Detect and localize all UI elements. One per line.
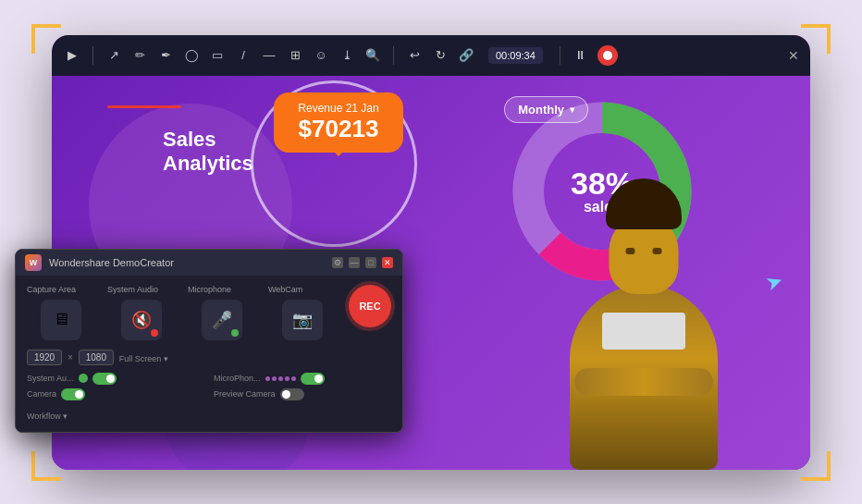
bracket-bottom-right <box>801 451 831 481</box>
workflow-label[interactable]: Workflow ▾ <box>27 412 68 421</box>
microphone-label: Microphone <box>188 285 255 294</box>
maximize-button[interactable]: □ <box>365 257 376 268</box>
size-separator: × <box>68 352 73 363</box>
camera-icon: 📷 <box>292 310 313 330</box>
mic-icon: 🎤 <box>212 310 232 330</box>
link-icon[interactable]: 🔗 <box>457 46 475 65</box>
emoji-icon[interactable]: ☺ <box>312 46 330 65</box>
cursor-icon[interactable]: ↗ <box>105 46 123 65</box>
pause-icon[interactable]: ⏸ <box>572 46 590 65</box>
line-icon[interactable]: / <box>234 46 252 65</box>
mic-toggle-dot <box>314 375 323 383</box>
system-audio-section: System Audio 🔇 <box>107 285 175 340</box>
microphone-section: Microphone 🎤 <box>188 285 255 340</box>
webcam-section: WebCam 📷 <box>268 285 336 340</box>
preview-camera-activity: Preview Camera <box>214 388 391 400</box>
undo-icon[interactable]: ↩ <box>405 46 424 65</box>
monitor-icon: 🖥 <box>53 310 69 329</box>
microphone-icon[interactable]: 🎤 <box>202 300 242 340</box>
revenue-amount: $70213 <box>290 115 387 143</box>
sys-audio-toggle[interactable] <box>92 373 117 385</box>
system-audio-icon[interactable]: 🔇 <box>121 300 162 340</box>
mic-dot-3 <box>278 376 283 381</box>
webcam-icon[interactable]: 📷 <box>282 300 323 340</box>
outer-container: ▶ ↗ ✏ ✒ ◯ ▭ / — ⊞ ☺ ⤓ 🔍 ↩ ↻ 🔗 00:09:34 ⏸… <box>24 17 838 488</box>
play-icon[interactable]: ▶ <box>63 46 81 65</box>
democreator-title: Wondershare DemoCreator <box>49 257 325 268</box>
system-audio-label: System Audio <box>107 285 175 294</box>
toolbar: ▶ ↗ ✏ ✒ ◯ ▭ / — ⊞ ☺ ⤓ 🔍 ↩ ↻ 🔗 00:09:34 ⏸… <box>52 35 810 76</box>
bracket-top-right <box>801 24 831 54</box>
width-input[interactable] <box>27 350 62 365</box>
audio-icon: 🔇 <box>131 310 152 330</box>
import-icon[interactable]: ⤓ <box>338 46 356 65</box>
mic-dot-4 <box>285 376 289 381</box>
settings-icon[interactable]: ⚙ <box>332 257 343 268</box>
camera-activity: Camera <box>27 388 204 400</box>
rect-icon[interactable]: ▭ <box>208 46 227 65</box>
capture-area-icon[interactable]: 🖥 <box>41 300 81 340</box>
webcam-label: WebCam <box>268 285 336 294</box>
mic-activity: MicroPhon... <box>214 373 391 385</box>
toolbar-separator-2 <box>393 46 394 65</box>
preview-camera-toggle-dot <box>282 390 290 399</box>
grid-icon[interactable]: ⊞ <box>286 46 304 65</box>
circle-icon[interactable]: ◯ <box>182 46 201 65</box>
draw-icon[interactable]: ✒ <box>156 46 175 65</box>
sales-analytics-title-wrap: Sales Analytics <box>107 102 181 108</box>
search-icon[interactable]: 🔍 <box>363 46 382 65</box>
activity-row: System Au... MicroPhon... <box>27 373 391 385</box>
title-underline <box>107 105 181 108</box>
bracket-top-left <box>31 24 61 54</box>
mic-dot-1 <box>265 376 270 381</box>
redo-icon[interactable]: ↻ <box>431 46 449 65</box>
window-controls: ⚙ — □ ✕ <box>332 257 393 268</box>
democreator-body: Capture Area 🖥 System Audio 🔇 Microphone <box>16 276 402 432</box>
close-window-button[interactable]: ✕ <box>382 257 393 268</box>
capture-area-label: Capture Area <box>27 285 94 294</box>
bracket-bottom-left <box>31 451 61 481</box>
camera-activity-label: Camera <box>27 389 56 399</box>
preview-camera-label: Preview Camera <box>214 389 276 399</box>
sales-analytics-title: Sales Analytics <box>163 128 253 176</box>
mic-activity-label: MicroPhon... <box>214 374 261 383</box>
rec-dot <box>603 51 612 60</box>
mic-dot-5 <box>291 376 296 381</box>
rec-button[interactable]: REC <box>349 285 391 327</box>
paper-plane-icon: ➤ <box>762 267 786 296</box>
minimize-button[interactable]: — <box>349 257 360 268</box>
mic-toggle[interactable] <box>301 373 325 385</box>
size-row: × Full Screen ▾ <box>27 350 391 365</box>
preview-camera-toggle[interactable] <box>280 388 304 400</box>
toolbar-separator-3 <box>560 46 560 65</box>
close-button[interactable]: ✕ <box>788 48 799 63</box>
revenue-bubble: Revenue 21 Jan $70213 <box>274 92 403 153</box>
recording-timer: 00:09:34 <box>488 47 543 64</box>
camera-row: Camera Preview Camera <box>27 388 391 400</box>
pen-icon[interactable]: ✏ <box>130 46 149 65</box>
dash-icon[interactable]: — <box>260 46 278 65</box>
mic-dot-2 <box>272 376 277 381</box>
fullscreen-label[interactable]: Full Screen ▾ <box>119 354 168 363</box>
person-image <box>551 211 736 470</box>
camera-toggle[interactable] <box>61 388 85 400</box>
mic-level-dots <box>265 376 296 381</box>
rec-indicator <box>597 45 618 66</box>
democreator-window: W Wondershare DemoCreator ⚙ — □ ✕ Captur… <box>15 249 403 433</box>
sys-audio-activity: System Au... <box>27 373 204 385</box>
democreator-logo: W <box>25 254 42 271</box>
camera-toggle-dot <box>75 390 83 399</box>
democreator-titlebar: W Wondershare DemoCreator ⚙ — □ ✕ <box>16 250 402 276</box>
capture-area-section: Capture Area 🖥 <box>27 285 94 340</box>
sys-audio-toggle-dot <box>106 375 115 383</box>
revenue-label: Revenue 21 Jan <box>290 102 387 115</box>
toolbar-separator-1 <box>92 46 93 65</box>
height-input[interactable] <box>79 350 114 365</box>
dc-sections-row: Capture Area 🖥 System Audio 🔇 Microphone <box>27 285 391 340</box>
sys-audio-activity-label: System Au... <box>27 374 74 383</box>
